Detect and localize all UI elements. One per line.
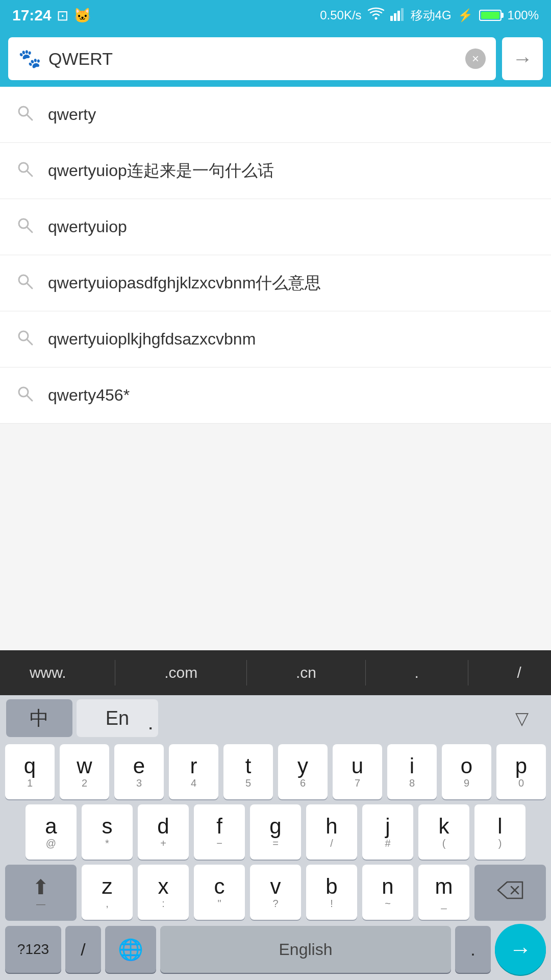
url-cn[interactable]: .cn [286,664,327,681]
suggestion-text-5: qwerty456* [48,386,130,405]
key-t[interactable]: t 5 [223,744,273,799]
url-www[interactable]: www. [19,664,77,681]
suggestion-item-5[interactable]: qwerty456* [0,368,551,424]
url-bar: www. .com .cn . / [0,650,551,695]
key-a[interactable]: a @ [26,804,77,860]
search-go-button[interactable]: → [502,37,543,80]
num-switch-button[interactable]: ?123 [5,926,61,973]
icon-notification2: 🐱 [73,7,91,24]
search-input[interactable]: QWERT [48,49,458,69]
key-c[interactable]: c " [194,865,245,920]
url-divider-3 [365,660,366,685]
suggestion-item-4[interactable]: qwertyuioplkjhgfdsazxcvbnm [0,311,551,368]
key-q[interactable]: q 1 [5,744,55,799]
svg-point-0 [374,17,377,20]
suggestion-text-0: qwerty [48,105,96,124]
key-v[interactable]: v ? [250,865,301,920]
suggestion-item-2[interactable]: qwertyuiop [0,199,551,255]
globe-icon: 🌐 [118,938,143,962]
url-divider-2 [246,660,247,685]
search-icon-1 [16,160,34,182]
chinese-lang-button[interactable]: 中 [6,699,72,737]
url-divider-1 [115,660,115,685]
url-com[interactable]: .com [154,664,208,681]
key-n[interactable]: n ~ [362,865,413,920]
url-divider-4 [468,660,468,685]
icon-notification1: ⊡ [57,7,68,24]
wifi-icon [368,7,384,24]
suggestion-item-3[interactable]: qwertyuiopasdfghjklzxcvbnm什么意思 [0,255,551,311]
search-bar: 🐾 QWERT × → [0,31,551,87]
search-icon-4 [16,329,34,350]
go-arrow-icon: → [512,47,533,70]
status-right: 0.50K/s 移动4G ⚡ 100% [320,7,539,24]
url-dot[interactable]: . [405,664,429,681]
svg-line-12 [27,283,32,288]
slash-key[interactable]: / [65,926,101,973]
keyboard-keys: q 1 w 2 e 3 r 4 t 5 y 6 [0,741,551,980]
space-key[interactable]: English [160,926,451,973]
charging-icon: ⚡ [458,8,473,22]
suggestion-text-1: qwertyuiop连起来是一句什么话 [48,160,274,182]
signal-icon [390,7,405,24]
key-d[interactable]: d + [138,804,189,860]
globe-key[interactable]: 🌐 [105,926,156,973]
status-time: 17:24 [12,7,52,24]
battery-percent: 100% [508,8,539,22]
svg-rect-1 [390,16,393,21]
key-y[interactable]: y 6 [278,744,328,799]
search-icon-3 [16,273,34,294]
battery-icon [479,10,502,21]
english-lang-button[interactable]: En ▪ [77,699,158,737]
key-l[interactable]: l ) [474,804,525,860]
keyboard-row-3: ⬆ — z , x : c " v ? b ! [0,865,551,920]
suggestion-item-1[interactable]: qwertyuiop连起来是一句什么话 [0,143,551,199]
keyboard-collapse-button[interactable]: ▽ [499,699,545,737]
key-b[interactable]: b ! [306,865,357,920]
search-icon-5 [16,385,34,406]
key-x[interactable]: x : [138,865,189,920]
keyboard-row-1: q 1 w 2 e 3 r 4 t 5 y 6 [0,744,551,799]
svg-line-14 [27,339,32,345]
key-m[interactable]: m _ [418,865,469,920]
backspace-icon [497,881,523,904]
key-g[interactable]: g = [250,804,301,860]
carrier-label: 移动4G [411,7,452,23]
suggestions-list: qwerty qwertyuiop连起来是一句什么话 qwertyuiop qw… [0,87,551,424]
keyboard-area: www. .com .cn . / 中 En ▪ ▽ q 1 [0,650,551,980]
key-o[interactable]: o 9 [442,744,491,799]
suggestion-text-4: qwertyuioplkjhgfdsazxcvbnm [48,330,256,349]
key-s[interactable]: s * [82,804,133,860]
status-bar: 17:24 ⊡ 🐱 0.50K/s 移动4G ⚡ [0,0,551,31]
key-r[interactable]: r 4 [169,744,218,799]
svg-line-10 [27,227,32,232]
shift-icon: ⬆ [32,875,49,899]
svg-rect-2 [394,13,396,21]
backspace-key[interactable] [474,865,546,920]
enter-key[interactable]: → [495,924,546,975]
key-e[interactable]: e 3 [114,744,164,799]
svg-line-6 [27,115,32,120]
key-z[interactable]: z , [82,865,133,920]
shift-key[interactable]: ⬆ — [5,865,77,920]
search-input-container[interactable]: 🐾 QWERT × [8,37,496,80]
key-f[interactable]: f − [194,804,245,860]
svg-line-16 [27,396,32,401]
svg-rect-4 [401,8,404,21]
key-j[interactable]: j # [362,804,413,860]
paw-icon: 🐾 [18,48,41,69]
suggestion-item-0[interactable]: qwerty [0,87,551,143]
search-clear-button[interactable]: × [465,48,486,69]
period-key[interactable]: . [455,926,491,973]
suggestion-text-3: qwertyuiopasdfghjklzxcvbnm什么意思 [48,272,321,295]
status-left: 17:24 ⊡ 🐱 [12,7,91,24]
key-u[interactable]: u 7 [333,744,382,799]
keyboard-row-2: a @ s * d + f − g = h / [0,804,551,860]
key-w[interactable]: w 2 [60,744,109,799]
key-i[interactable]: i 8 [387,744,437,799]
key-p[interactable]: p 0 [496,744,546,799]
key-h[interactable]: h / [306,804,357,860]
svg-line-8 [27,171,32,176]
url-slash[interactable]: / [507,664,532,681]
key-k[interactable]: k ( [418,804,469,860]
